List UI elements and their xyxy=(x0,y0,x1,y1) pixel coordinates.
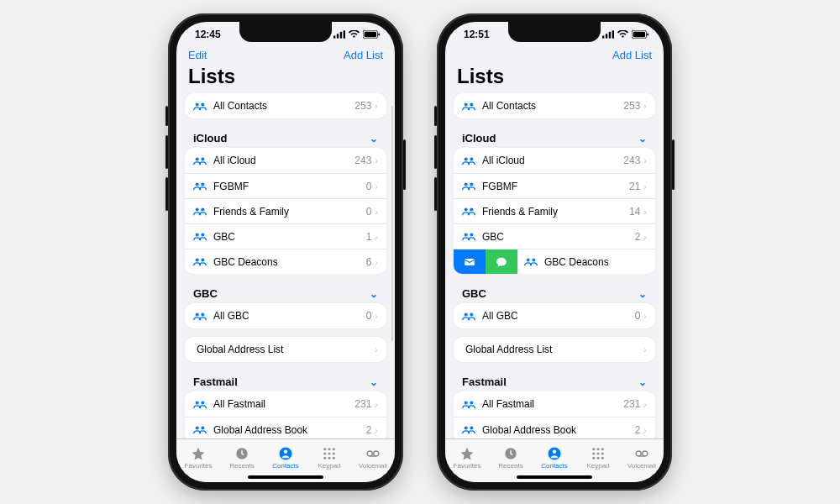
section-header[interactable]: iCloud ⌄ xyxy=(185,123,386,148)
svg-point-19 xyxy=(196,312,199,316)
swipe-message-button[interactable] xyxy=(486,249,517,274)
section-header[interactable]: GBC ⌄ xyxy=(454,279,655,303)
page-title: Lists xyxy=(445,65,664,93)
svg-point-56 xyxy=(470,234,473,237)
svg-point-73 xyxy=(597,452,600,454)
svg-rect-45 xyxy=(633,32,645,37)
chevron-right-icon: › xyxy=(643,155,647,165)
list-row[interactable]: All GBC 0 › xyxy=(454,303,655,328)
page-title: Lists xyxy=(176,65,395,93)
tab-recents[interactable]: Recents xyxy=(220,446,264,470)
nav-bar: Edit Add List xyxy=(176,47,395,65)
swipe-mail-button[interactable] xyxy=(454,249,486,274)
row-count: 2 xyxy=(366,424,372,436)
tab-keypad[interactable]: Keypad xyxy=(576,446,620,470)
content-scroll[interactable]: All Contacts 253 › iCloud ⌄ All iCloud 2… xyxy=(445,93,664,438)
svg-point-78 xyxy=(636,451,641,456)
svg-point-33 xyxy=(333,452,335,454)
nav-bar: Add List xyxy=(445,47,664,65)
tab-label: Contacts xyxy=(541,462,568,470)
row-label: GBC xyxy=(213,231,366,243)
svg-point-72 xyxy=(592,452,595,454)
phone-right: 12:51 Add List Lists All Contacts 253 › … xyxy=(437,13,672,491)
all-contacts-card: All Contacts 253 › xyxy=(185,93,386,118)
row-count: 253 xyxy=(623,100,640,112)
people-icon xyxy=(462,156,475,165)
list-row[interactable]: Global Address Book 2 › xyxy=(185,417,386,438)
list-row[interactable]: All Contacts 253 › xyxy=(185,93,386,118)
content-scroll[interactable]: All Contacts 253 › iCloud ⌄ All iCloud 2… xyxy=(176,93,395,438)
battery-icon xyxy=(632,30,648,39)
tab-favorites[interactable]: Favorites xyxy=(176,446,220,470)
chevron-right-icon: › xyxy=(375,155,378,165)
person-icon xyxy=(547,446,562,461)
row-label: All GBC xyxy=(213,310,366,322)
list-row[interactable]: FGBMF 0 › xyxy=(185,173,386,198)
svg-point-22 xyxy=(201,401,204,404)
row-label: FGBMF xyxy=(482,181,629,192)
section-header[interactable]: iCloud ⌄ xyxy=(454,123,655,148)
notch xyxy=(508,22,601,42)
battery-icon xyxy=(363,30,380,39)
section-header[interactable]: Fastmail ⌄ xyxy=(454,367,655,391)
list-row[interactable]: Global Address List › xyxy=(185,337,386,362)
add-list-button[interactable]: Add List xyxy=(344,49,383,61)
svg-point-49 xyxy=(465,157,468,160)
all-contacts-card: All Contacts 253 › xyxy=(454,93,655,118)
list-row[interactable]: All Contacts 253 › xyxy=(454,93,655,118)
row-label: Global Address List xyxy=(197,344,375,355)
people-icon xyxy=(193,156,207,165)
edit-button[interactable]: Edit xyxy=(188,49,207,61)
add-list-button[interactable]: Add List xyxy=(612,49,652,61)
section-header[interactable]: Fastmail ⌄ xyxy=(185,367,386,391)
list-row-swiped[interactable]: GBC Deacons xyxy=(454,249,655,274)
svg-point-23 xyxy=(196,427,199,430)
tab-label: Recents xyxy=(498,462,522,470)
list-row[interactable]: GBC 2 › xyxy=(454,223,655,249)
list-row[interactable]: All Fastmail 231 › xyxy=(185,391,386,417)
list-row[interactable]: Friends & Family 0 › xyxy=(185,198,386,223)
phone-left: 12:45 Edit Add List Lists All Contacts 2… xyxy=(168,13,403,491)
list-row[interactable]: Friends & Family 14 › xyxy=(454,198,655,223)
svg-point-10 xyxy=(201,157,204,160)
tab-voicemail[interactable]: Voicemail xyxy=(351,446,395,470)
svg-point-76 xyxy=(597,456,600,459)
tab-favorites[interactable]: Favorites xyxy=(445,446,489,470)
list-row[interactable]: All Fastmail 231 › xyxy=(454,391,655,417)
list-row[interactable]: All iCloud 243 › xyxy=(454,148,655,173)
tab-contacts[interactable]: Contacts xyxy=(264,446,307,470)
plain-card: Global Address List › xyxy=(185,337,386,362)
svg-rect-40 xyxy=(602,36,604,39)
chevron-right-icon: › xyxy=(375,311,378,321)
row-count: 14 xyxy=(629,206,640,218)
wifi-icon xyxy=(617,30,628,39)
list-row[interactable]: FGBMF 21 › xyxy=(454,173,655,198)
tab-keypad[interactable]: Keypad xyxy=(307,446,351,470)
tab-voicemail[interactable]: Voicemail xyxy=(620,446,664,470)
tab-contacts[interactable]: Contacts xyxy=(533,446,576,470)
svg-point-52 xyxy=(470,183,473,186)
list-row[interactable]: GBC Deacons 6 › xyxy=(185,249,386,274)
list-row[interactable]: All GBC 0 › xyxy=(185,303,386,328)
list-row[interactable]: GBC 1 › xyxy=(185,223,386,249)
chevron-right-icon: › xyxy=(375,399,378,409)
tab-recents[interactable]: Recents xyxy=(489,446,533,470)
svg-point-53 xyxy=(465,208,468,212)
tab-label: Favorites xyxy=(454,462,481,470)
list-row[interactable]: All iCloud 243 › xyxy=(185,148,386,173)
tab-label: Recents xyxy=(229,462,254,470)
svg-rect-2 xyxy=(340,32,342,39)
signal-icon xyxy=(602,30,614,39)
section-header[interactable]: GBC ⌄ xyxy=(185,279,386,303)
svg-rect-3 xyxy=(344,30,345,38)
people-icon xyxy=(462,207,475,216)
row-label: All iCloud xyxy=(482,155,623,166)
list-row[interactable]: Global Address List › xyxy=(454,337,655,362)
list-row[interactable]: Global Address Book 2 › xyxy=(454,417,655,438)
row-count: 231 xyxy=(354,398,371,410)
row-count: 2 xyxy=(635,424,641,436)
svg-point-36 xyxy=(333,456,335,459)
svg-point-13 xyxy=(196,208,199,212)
section-card: All iCloud 243 › FGBMF 0 › Friends & Fam… xyxy=(185,148,386,274)
svg-point-59 xyxy=(532,259,535,262)
